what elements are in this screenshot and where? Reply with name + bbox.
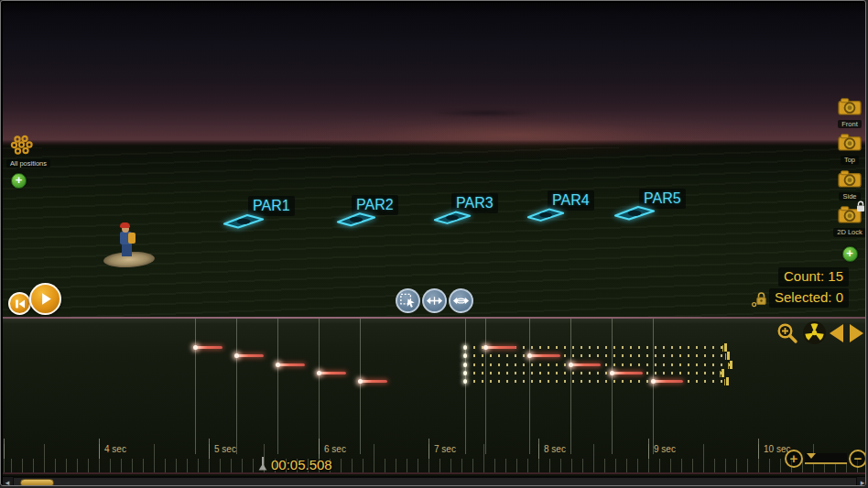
ruler-label: 9 sec (654, 444, 676, 454)
camera-icon (838, 134, 862, 151)
camera-front-button[interactable] (838, 98, 862, 119)
camera-side-button[interactable] (838, 170, 862, 191)
pan-horizontal-icon (451, 291, 471, 310)
playhead-needle-icon (257, 457, 268, 472)
playhead[interactable]: 00:05.508 (257, 457, 332, 472)
selection-lock-icon[interactable] (752, 291, 767, 308)
cue-event-track-3[interactable] (570, 363, 602, 366)
cue-event-track-2[interactable] (529, 354, 560, 357)
sustain-track-2[interactable] (465, 354, 728, 357)
camera-icon (838, 170, 862, 188)
cue-event-track-4[interactable] (612, 372, 643, 374)
camera-front-label: Front (838, 120, 862, 128)
timeline-gridline (360, 319, 361, 454)
time-ruler[interactable]: 4 sec5 sec6 sec7 sec8 sec9 sec10 sec (3, 439, 866, 459)
move-horizontal-tool[interactable] (422, 288, 447, 313)
zoom-slider-thumb[interactable] (807, 453, 816, 459)
timeline-gridline (465, 319, 466, 454)
lock-icon (856, 201, 865, 212)
figure-cap (120, 222, 130, 228)
par1-fixture (222, 213, 265, 229)
radiation-icon (802, 320, 827, 345)
horizontal-scrollbar: ◂ ▸ (3, 476, 866, 486)
camera-top-button[interactable] (838, 134, 862, 155)
count-status: Count: 15 (778, 267, 849, 287)
timeline-gridline (612, 319, 613, 454)
scrollbar-thumb[interactable] (20, 479, 54, 486)
par5-fixture (613, 205, 656, 221)
timeline-gridline (195, 319, 196, 454)
cue-event-track-1[interactable] (485, 346, 516, 349)
right-arrow-icon (850, 324, 863, 342)
pan-horizontal-tool[interactable] (449, 288, 473, 313)
cue-event-track-4[interactable] (319, 372, 346, 374)
par3-fixture (433, 210, 472, 225)
move-horizontal-icon (425, 291, 444, 310)
step-back-button[interactable] (830, 324, 843, 342)
zoom-slider[interactable] (805, 453, 847, 464)
selected-status: Selected: 0 (769, 288, 849, 308)
ruler-label: 6 sec (324, 444, 346, 454)
sustain-track-5[interactable] (465, 380, 727, 383)
show-designer-window: All positions + PAR1 PAR2 (0, 0, 866, 486)
par4-fixture (526, 207, 565, 222)
timeline-panel: 4 sec5 sec6 sec7 sec8 sec9 sec10 sec 00:… (3, 317, 866, 476)
timeline-gridline (529, 319, 530, 454)
add-position-button[interactable]: + (11, 173, 27, 189)
timeline-events-area[interactable] (3, 319, 866, 439)
timeline-zoom-in-button[interactable] (776, 321, 799, 345)
cue-event-track-5[interactable] (360, 380, 387, 383)
selection-status: Count: 15 Selected: 0 (752, 267, 849, 308)
skip-to-start-icon (14, 298, 27, 310)
play-button[interactable] (29, 283, 61, 315)
figure-backpack (128, 233, 136, 244)
ruler-label: 8 sec (544, 444, 566, 454)
camera-top-label: Top (841, 156, 859, 164)
scroll-right-button[interactable]: ▸ (858, 477, 866, 486)
timeline-gridline (653, 319, 654, 454)
cue-event-track-1[interactable] (195, 346, 222, 349)
all-positions-label: All positions (6, 159, 50, 168)
zoom-out-button[interactable]: − (849, 450, 866, 468)
spectator-figure[interactable] (103, 221, 157, 274)
par2-fixture (336, 211, 376, 227)
cue-event-track-5[interactable] (653, 380, 684, 383)
timeline-gridline (236, 319, 237, 454)
3d-viewport[interactable]: All positions + PAR1 PAR2 (3, 3, 865, 317)
cloud-wisp (431, 109, 537, 117)
timeline-controls (776, 320, 863, 345)
add-camera-view-button[interactable]: + (842, 246, 858, 262)
timeline-gridline (485, 319, 486, 454)
camera-side-label: Side (839, 192, 860, 201)
scroll-left-button[interactable]: ◂ (3, 477, 12, 486)
camera-2d-lock-label: 2D Lock (833, 228, 865, 236)
all-positions-group: All positions + (6, 135, 71, 189)
ruler-label: 4 sec (104, 444, 126, 454)
camera-views-panel: Front Top Side (829, 98, 865, 262)
timeline-gridline (277, 319, 278, 454)
ruler-baseline (3, 472, 866, 474)
camera-2d-lock-button[interactable] (838, 206, 862, 227)
scrollbar-track[interactable] (13, 477, 857, 486)
viewport-tools (396, 288, 473, 313)
hazard-mode-button[interactable] (802, 320, 827, 345)
play-icon (38, 291, 53, 307)
playhead-time: 00:05.508 (271, 457, 332, 472)
ruler-label: 5 sec (214, 444, 236, 454)
zoom-in-button[interactable]: + (785, 450, 803, 468)
cue-event-track-3[interactable] (277, 363, 305, 366)
step-forward-button[interactable] (846, 324, 863, 342)
marquee-select-icon (398, 291, 418, 310)
timeline-gridline (319, 319, 320, 454)
timeline-zoom-controls: + − (785, 450, 866, 468)
marquee-select-tool[interactable] (396, 288, 420, 313)
magnifier-plus-icon (776, 321, 799, 345)
skip-to-start-button[interactable] (8, 292, 31, 315)
sustain-track-4[interactable] (465, 372, 722, 374)
cue-event-track-2[interactable] (236, 354, 264, 357)
timeline-gridline (570, 319, 571, 454)
fine-ticks-row (3, 459, 866, 472)
ruler-label: 7 sec (434, 444, 456, 454)
all-positions-icon[interactable] (10, 135, 34, 157)
left-arrow-icon (830, 324, 843, 342)
